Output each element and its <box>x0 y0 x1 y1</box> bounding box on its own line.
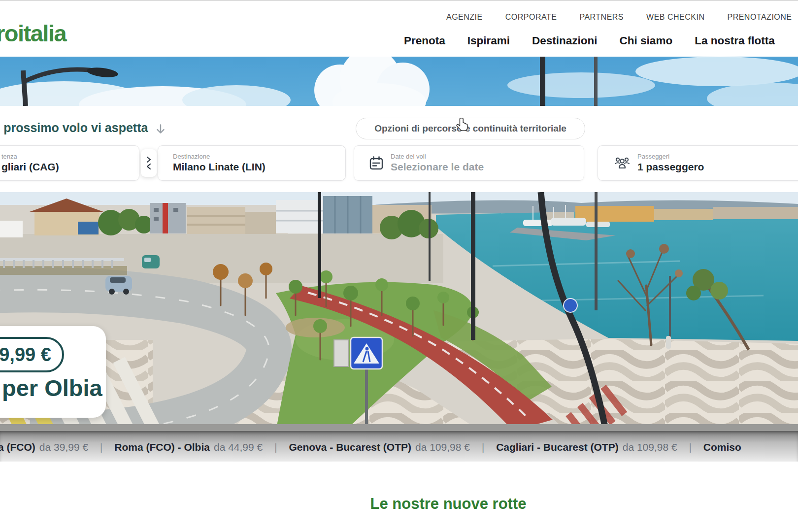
swap-arrows-icon <box>144 155 153 171</box>
origin-value: gliari (CAG) <box>1 161 59 173</box>
nav-web-checkin[interactable]: WEB CHECKIN <box>646 13 704 22</box>
nav-prenotazione[interactable]: PRENOTAZIONE <box>727 13 792 22</box>
search-heading: o prossimo volo vi aspetta <box>0 121 148 135</box>
promo-price-badge: 39,99 € <box>0 337 64 372</box>
routes-ticker: a (FCO)da 39,99 € | Roma (FCO) - Olbiada… <box>0 431 798 462</box>
ticker-route[interactable]: Cagliari - Bucarest (OTP)da 109,98 € <box>496 441 677 453</box>
destination-value: Milano Linate (LIN) <box>173 161 266 173</box>
nav-agenzie[interactable]: AGENZIE <box>446 13 483 22</box>
ticker-separator: | <box>274 442 277 453</box>
nav-partners[interactable]: PARTNERS <box>579 13 624 22</box>
main-nav: Prenota Ispirami Destinazioni Chi siamo … <box>404 34 775 47</box>
passengers-field[interactable]: Passeggeri 1 passeggero <box>598 145 798 181</box>
hero-image <box>0 192 798 431</box>
nav-prenota[interactable]: Prenota <box>404 34 445 47</box>
flight-search-panel: o prossimo volo vi aspetta Opzioni di pe… <box>0 106 798 192</box>
site-header: roitalia AGENZIE CORPORATE PARTNERS WEB … <box>0 0 798 58</box>
ticker-separator: | <box>100 442 102 453</box>
calendar-icon <box>369 156 384 170</box>
destination-field[interactable]: Destinazione Milano Linate (LIN) <box>158 145 346 181</box>
nav-corporate[interactable]: CORPORATE <box>505 13 557 22</box>
ticker-route[interactable]: Roma (FCO) - Olbiada 44,99 € <box>114 441 263 453</box>
ticker-route[interactable]: a (FCO)da 39,99 € <box>0 441 88 453</box>
new-routes-heading: Le nostre nuove rotte <box>370 495 527 513</box>
passengers-label: Passeggeri <box>637 153 704 161</box>
origin-field[interactable]: tenza gliari (CAG) <box>0 145 139 181</box>
route-options-button[interactable]: Opzioni di percorso e continuità territo… <box>356 118 585 139</box>
nav-ispirami[interactable]: Ispirami <box>467 34 510 47</box>
ticker-route[interactable]: Genova - Bucarest (OTP)da 109,98 € <box>289 441 470 453</box>
nav-la-nostra-flotta[interactable]: La nostra flotta <box>695 34 775 47</box>
utility-nav: AGENZIE CORPORATE PARTNERS WEB CHECKIN P… <box>446 13 792 22</box>
ticker-row: a (FCO)da 39,99 € | Roma (FCO) - Olbiada… <box>0 441 745 453</box>
dates-label: Date dei voli <box>391 153 484 161</box>
guardrail <box>0 258 127 275</box>
utility-box <box>334 340 349 366</box>
ticker-separator: | <box>482 442 484 453</box>
passengers-value: 1 passeggero <box>637 161 704 173</box>
origin-label: tenza <box>1 153 59 161</box>
swap-route-button[interactable] <box>141 149 157 177</box>
promo-title: per Olbia <box>2 374 102 401</box>
destination-label: Destinazione <box>173 153 266 161</box>
nav-destinazioni[interactable]: Destinazioni <box>532 34 598 47</box>
ticker-route[interactable]: Comiso <box>703 441 745 453</box>
dates-placeholder: Selezionare le date <box>391 161 484 173</box>
hero-sky-strip <box>0 57 798 106</box>
people-icon <box>614 156 631 170</box>
dates-field[interactable]: Date dei voli Selezionare le date <box>354 145 584 181</box>
ticker-separator: | <box>689 442 692 453</box>
nav-chi-siamo[interactable]: Chi siamo <box>620 34 673 47</box>
down-arrow-icon[interactable] <box>154 123 167 135</box>
aeroitalia-logo[interactable]: roitalia <box>0 20 66 47</box>
